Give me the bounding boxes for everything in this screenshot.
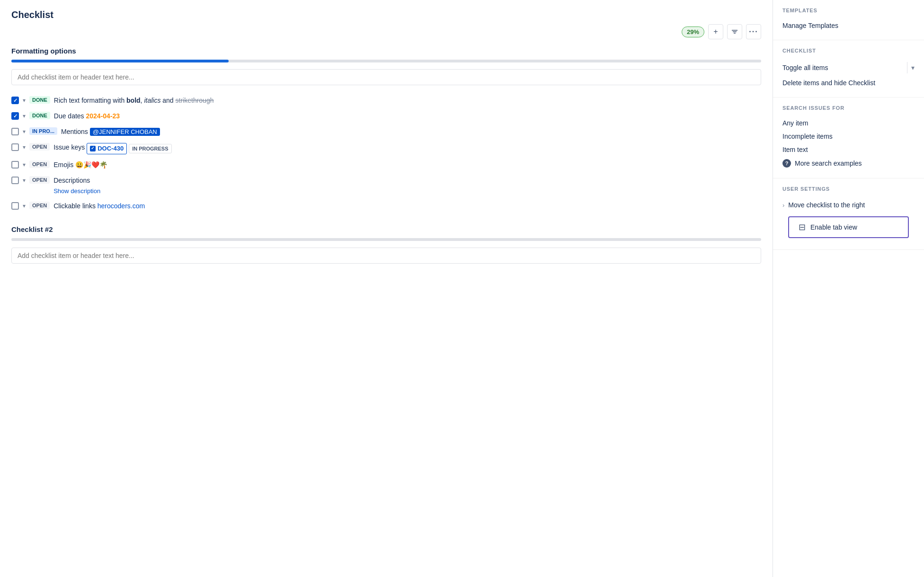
chevron-right-icon: › (782, 202, 784, 209)
checklist-item-3-text: Mentions @JENNIFER CHOBAN (61, 127, 761, 137)
add-button[interactable]: + (708, 24, 723, 39)
checklist-1-title: Formatting options (11, 47, 761, 55)
checklist-item-1-checkbox[interactable] (11, 97, 19, 104)
user-settings-section: USER SETTINGS › Move checklist to the ri… (773, 178, 924, 250)
toolbar: 29% + ··· (11, 24, 761, 39)
issue-key-checkbox-icon: ✓ (90, 146, 96, 151)
page-title: Checklist (11, 9, 761, 20)
progress-badge: 29% (682, 27, 704, 37)
checklist-item-4-status: OPEN (29, 143, 50, 151)
checklist-item-2-text: Due dates 2024-04-23 (54, 111, 761, 121)
help-circle-icon: ? (782, 159, 791, 168)
templates-section: TEMPLATES Manage Templates (773, 0, 924, 40)
enable-tab-view-label: Enable tab view (810, 223, 857, 231)
search-item-text-label: Item text (782, 146, 808, 153)
checklist-item-7-checkbox[interactable] (11, 202, 19, 210)
checklist-item-6: ▾ OPEN Descriptions Show description (11, 173, 761, 199)
checklist-item-6-status: OPEN (29, 176, 50, 184)
search-issues-section: SEARCH ISSUES FOR Any item Incomplete it… (773, 98, 924, 178)
search-item-text-button[interactable]: Item text (782, 143, 915, 156)
search-issues-title: SEARCH ISSUES FOR (782, 105, 915, 111)
filter-button[interactable] (727, 24, 742, 39)
search-any-item-button[interactable]: Any item (782, 116, 915, 130)
checklist-item-1-text: Rich text formatting with bold, italics … (54, 96, 761, 106)
checklist-item-4-checkbox[interactable] (11, 143, 19, 151)
search-incomplete-items-button[interactable]: Incomplete items (782, 130, 915, 143)
checklist-item-7-status: OPEN (29, 202, 50, 209)
chevron-down-icon: ▾ (911, 64, 915, 71)
tab-view-icon: ⊟ (799, 222, 806, 232)
checklist-item-6-text: Descriptions Show description (53, 176, 761, 196)
checklist-item-4-chevron[interactable]: ▾ (23, 144, 26, 151)
checklist-item-5-checkbox[interactable] (11, 161, 19, 169)
checklist-item-6-checkbox[interactable] (11, 177, 19, 184)
checklist-item-5: ▾ OPEN Emojis 😀🎉❤️🌴 (11, 157, 761, 173)
move-checklist-button[interactable]: › Move checklist to the right (782, 197, 915, 213)
checklist-item-1-chevron[interactable]: ▾ (23, 97, 26, 104)
checklist-2-progress-bar (11, 238, 761, 241)
checklist-item-7-chevron[interactable]: ▾ (23, 203, 26, 209)
checklist-1: Formatting options ▾ DONE Rich text form… (11, 47, 761, 214)
toggle-all-items-button[interactable]: Toggle all items ▾ (782, 59, 915, 76)
templates-section-title: TEMPLATES (782, 8, 915, 13)
move-checklist-label: Move checklist to the right (788, 201, 865, 209)
right-panel: TEMPLATES Manage Templates CHECKLIST Tog… (773, 0, 924, 577)
checklist-item-3: ▾ IN PRO... Mentions @JENNIFER CHOBAN (11, 124, 761, 140)
checklist-item-2: ▾ DONE Due dates 2024-04-23 (11, 108, 761, 124)
checklist-item-5-status: OPEN (29, 160, 50, 168)
checklist-panel-section: CHECKLIST Toggle all items ▾ Delete item… (773, 40, 924, 98)
checklist-item-7-text: Clickable links herocoders.com (53, 201, 761, 211)
checklist-item-5-chevron[interactable]: ▾ (23, 161, 26, 168)
issue-status-badge: IN PROGRESS (129, 144, 171, 154)
toggle-divider (907, 62, 907, 73)
checklist-item-3-checkbox[interactable] (11, 128, 19, 135)
search-incomplete-items-label: Incomplete items (782, 133, 833, 140)
enable-tab-view-button[interactable]: ⊟ Enable tab view (788, 216, 909, 238)
checklist-item-2-status: DONE (29, 112, 50, 119)
checklist-item-4-text: Issue keys ✓ DOC-430 IN PROGRESS (53, 142, 761, 154)
more-search-examples-label: More search examples (795, 160, 862, 167)
checklist-2: Checklist #2 (11, 225, 761, 271)
more-search-examples-button[interactable]: ? More search examples (782, 156, 915, 170)
user-settings-title: USER SETTINGS (782, 186, 915, 192)
checklist-1-add-input[interactable] (11, 69, 761, 85)
checklist-item-1: ▾ DONE Rich text formatting with bold, i… (11, 93, 761, 108)
checklist-1-progress-fill (11, 60, 229, 62)
delete-items-button[interactable]: Delete items and hide Checklist (782, 76, 915, 89)
checklist-item-3-status: IN PRO... (29, 127, 57, 135)
checklist-1-progress-bar (11, 60, 761, 62)
more-options-button[interactable]: ··· (746, 24, 761, 39)
checklist-item-2-checkbox[interactable] (11, 112, 19, 120)
checklist-item-7: ▾ OPEN Clickable links herocoders.com (11, 198, 761, 214)
checklist-2-add-input[interactable] (11, 248, 761, 264)
checklist-item-6-chevron[interactable]: ▾ (23, 177, 26, 184)
search-any-item-label: Any item (782, 119, 808, 127)
issue-key-badge: ✓ DOC-430 (87, 143, 127, 154)
checklist-item-5-text: Emojis 😀🎉❤️🌴 (53, 160, 761, 170)
checklist-2-title: Checklist #2 (11, 225, 761, 233)
checklist-item-1-status: DONE (29, 96, 50, 104)
checklist-item-2-chevron[interactable]: ▾ (23, 113, 26, 119)
clickable-link[interactable]: herocoders.com (98, 202, 145, 210)
checklist-item-3-chevron[interactable]: ▾ (23, 128, 26, 135)
checklist-item-4: ▾ OPEN Issue keys ✓ DOC-430 IN PROGRESS (11, 140, 761, 157)
show-description-link[interactable]: Show description (53, 186, 761, 196)
manage-templates-button[interactable]: Manage Templates (782, 19, 915, 32)
checklist-panel-title: CHECKLIST (782, 48, 915, 53)
